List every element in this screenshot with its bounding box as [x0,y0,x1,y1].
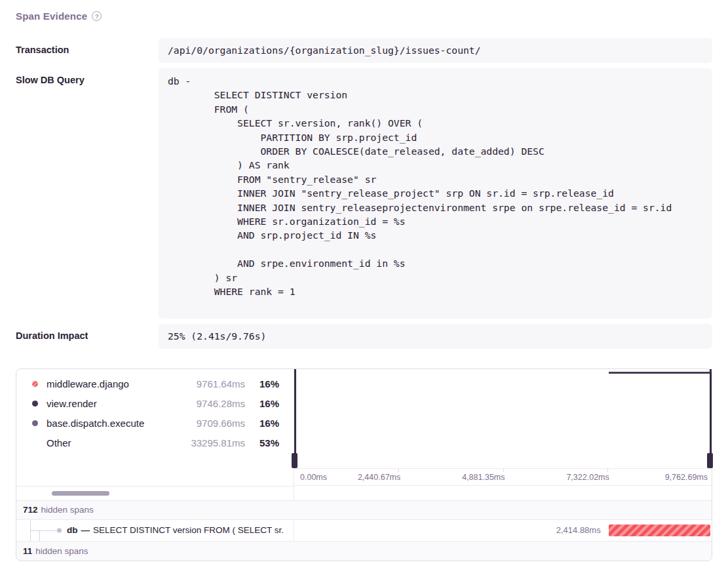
horizontal-scrollbar-thumb[interactable] [52,491,109,496]
hidden-spans-label: hidden spans [41,505,94,515]
axis-label: 9,762.69ms [665,469,708,486]
span-op: db [67,525,78,535]
legend-swatch-icon [32,401,38,406]
slow-db-query-row: Slow DB Query db - SELECT DISTINCT versi… [16,68,712,319]
legend-row-middleware-django: middleware.django 9761.64ms 16% [16,374,294,394]
page-title: Span Evidence [16,10,87,22]
axis-label: 7,322.02ms [294,469,609,486]
hidden-spans-row-bottom[interactable]: 11 hidden spans [16,542,712,561]
transaction-value: /api/0/organizations/{organization_slug}… [159,38,712,63]
chart-main-area: middleware.django 9761.64ms 16% view.ren… [16,369,712,501]
span-query-text: SELECT DISTINCT version FROM ( SELECT sr… [93,525,284,535]
span-evidence-panel: Span Evidence ? Transaction /api/0/organ… [0,0,728,561]
slow-db-query-label: Slow DB Query [16,68,159,85]
legend-row-other: Other 33295.81ms 53% [16,433,294,453]
transaction-label: Transaction [16,38,159,55]
db-span-description-cell: db—SELECT DISTINCT version FROM ( SELECT… [16,520,294,541]
span-duration-bar[interactable] [609,525,710,536]
db-span-row[interactable]: db—SELECT DISTINCT version FROM ( SELECT… [16,520,712,542]
legend-duration: 9709.66ms [172,418,245,429]
hidden-spans-count: 11 [23,546,32,556]
legend-scrollbar-track [16,486,294,500]
transaction-row: Transaction /api/0/organizations/{organi… [16,38,712,63]
span-duration: 2,414.88ms [556,520,601,541]
duration-impact-row: Duration Impact 25% (2.41s/9.76s) [16,324,712,349]
help-icon[interactable]: ? [92,11,102,21]
minimap-span-bar [609,372,712,374]
hidden-spans-label: hidden spans [35,546,88,556]
duration-impact-value: 25% (2.41s/9.76s) [159,324,712,349]
legend-percent: 16% [245,418,279,429]
legend-swatch-icon [32,381,38,387]
legend-row-view-render: view.render 9746.28ms 16% [16,394,294,414]
legend-duration: 9746.28ms [172,398,245,409]
axis-spacer [294,486,712,500]
legend: middleware.django 9761.64ms 16% view.ren… [16,369,294,486]
legend-duration: 33295.81ms [172,437,245,448]
legend-swatch-icon [32,420,38,426]
hidden-spans-count: 712 [23,505,38,515]
minimap-right-grip[interactable] [707,453,713,468]
legend-panel: middleware.django 9761.64ms 16% view.ren… [16,369,294,500]
sql-code: db - SELECT DISTINCT version FROM ( SELE… [168,74,703,299]
legend-duration: 9761.64ms [172,378,245,389]
tree-connector-dot [57,528,62,532]
legend-name: Other [47,437,172,448]
span-description: db—SELECT DISTINCT version FROM ( SELECT… [67,525,284,535]
legend-name: base.dispatch.execute [47,418,172,429]
tree-connector-line [30,530,57,531]
legend-name: view.render [47,398,172,409]
span-tree-chart: middleware.django 9761.64ms 16% view.ren… [16,368,712,561]
legend-percent: 16% [245,378,279,389]
time-axis: 0.00ms 2,440.67ms 4,881.35ms 7,322.02ms … [294,469,712,486]
legend-row-base-dispatch-execute: base.dispatch.execute 9709.66ms 16% [16,414,294,433]
legend-swatch-empty [32,440,38,446]
slow-db-query-value: db - SELECT DISTINCT version FROM ( SELE… [159,68,712,319]
db-span-bar-cell: 2,414.88ms [294,520,712,541]
tree-connector-line [39,530,40,541]
legend-percent: 53% [245,437,279,448]
span-minimap[interactable] [294,369,712,469]
duration-impact-label: Duration Impact [16,324,159,341]
span-op-separator: — [81,525,90,535]
minimap-panel: 0.00ms 2,440.67ms 4,881.35ms 7,322.02ms … [294,369,712,500]
hidden-spans-row-top[interactable]: 712 hidden spans [16,501,712,520]
minimap-left-grip[interactable] [292,453,297,468]
legend-percent: 16% [245,398,279,409]
section-header: Span Evidence ? [16,10,712,22]
legend-name: middleware.django [47,378,172,389]
